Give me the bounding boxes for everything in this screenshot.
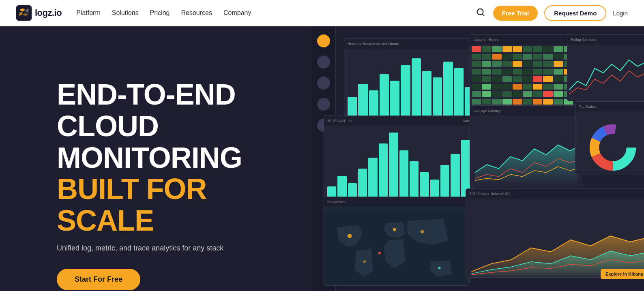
login-button[interactable]: Login — [613, 10, 628, 17]
panel-line-chart-top: Rollup Services — [567, 34, 644, 101]
panel-donut: Top Status — [575, 101, 644, 174]
panel-5-header: Average Latency — [470, 106, 583, 116]
panel-4-body — [324, 126, 473, 204]
hero-title-line1: END-TO-END — [57, 79, 300, 111]
request-demo-button[interactable]: Request Demo — [544, 5, 606, 21]
free-trial-button[interactable]: Free Trial — [493, 6, 538, 21]
nav-item-company[interactable]: Company — [223, 9, 251, 17]
big-bar-chart — [327, 129, 470, 201]
sidebar-dot-1 — [317, 34, 330, 47]
logo-icon — [16, 5, 32, 21]
heatmap-grid: // Heatmap will be generated via JS belo… — [472, 46, 573, 105]
logo-link[interactable]: logz.io — [16, 5, 62, 21]
kibana-badge[interactable]: Explore in Kibana — [601, 269, 644, 279]
nav-link-solutions[interactable]: Solutions — [112, 9, 139, 16]
line-chart-svg — [569, 46, 644, 99]
nav-item-resources[interactable]: Resources — [181, 9, 212, 17]
search-icon[interactable] — [474, 6, 487, 20]
panel-multiline: Average Latency — [470, 105, 583, 186]
panel-area-bottom: TOP 5 hosts Network I/O — [466, 188, 644, 278]
panel-bar-chart: Req/Sec Responses per Minute — [344, 39, 478, 120]
svg-point-9 — [602, 137, 623, 158]
nav-links: Platform Solutions Pricing Resources Com… — [76, 9, 251, 17]
panel-7-header: Exceptions — [324, 197, 469, 207]
sidebar-dot-2 — [317, 56, 330, 68]
svg-marker-3 — [475, 145, 578, 184]
donut-svg — [586, 121, 639, 174]
svg-point-11 — [348, 234, 352, 238]
multiline-svg — [472, 117, 581, 184]
navbar-left: logz.io Platform Solutions Pricing Resou… — [16, 5, 251, 21]
bar-11 — [454, 68, 464, 116]
bar-6 — [401, 65, 410, 116]
panel-3-header: Rollup Services — [567, 35, 644, 45]
navbar-right: Free Trial Request Demo Login — [474, 5, 628, 21]
hero-title-line2: CLOUD — [57, 111, 300, 142]
sidebar-dot-4 — [317, 98, 330, 111]
bar-1 — [348, 97, 357, 116]
svg-point-12 — [393, 228, 396, 231]
dashboard-panels: Req/Sec Responses per Minute — [271, 26, 644, 291]
nav-link-company[interactable]: Company — [223, 9, 251, 16]
sidebar-dot-3 — [317, 77, 330, 90]
bar-2 — [358, 84, 367, 116]
panel-4-header: 20,178,431 hits Auto — [324, 116, 473, 126]
nav-item-platform[interactable]: Platform — [76, 9, 101, 17]
svg-point-16 — [363, 260, 366, 263]
bar-chart — [348, 52, 474, 116]
svg-point-14 — [421, 230, 424, 233]
svg-point-15 — [438, 267, 440, 269]
bar-3 — [369, 90, 378, 116]
nav-link-platform[interactable]: Platform — [76, 9, 101, 16]
area-chart-svg — [468, 200, 644, 276]
bar-4 — [380, 74, 389, 116]
bar-10 — [443, 62, 453, 116]
bar-7 — [412, 58, 421, 116]
svg-line-2 — [482, 14, 484, 15]
hero-content: END-TO-END CLOUD MONITORING BUILT FOR SC… — [57, 79, 300, 290]
panel-2-body: // Heatmap will be generated via JS belo… — [470, 45, 575, 107]
hero-title-line4: BUILT FOR SCALE — [57, 173, 300, 237]
start-free-button[interactable]: Start For Free — [57, 269, 140, 290]
nav-link-pricing[interactable]: Pricing — [150, 9, 170, 16]
hero-subtitle: Unified log, metric, and trace analytics… — [57, 244, 300, 252]
panel-1-body — [344, 49, 477, 119]
navbar: logz.io Platform Solutions Pricing Resou… — [0, 0, 644, 26]
bar-5 — [390, 81, 399, 116]
panel-5-body — [470, 116, 583, 186]
nav-link-resources[interactable]: Resources — [181, 9, 212, 16]
hero-title-line3: MONITORING — [57, 142, 300, 174]
hero-section: END-TO-END CLOUD MONITORING BUILT FOR SC… — [0, 26, 644, 291]
panel-2-header: Apache · Errors — [470, 35, 575, 45]
bar-9 — [433, 77, 442, 116]
panel-big-bar: 20,178,431 hits Auto — [324, 116, 474, 205]
bar-8 — [422, 71, 431, 116]
panel-world-map: Exceptions — [324, 197, 470, 286]
donut-wrap — [575, 111, 644, 174]
panel-8-header: TOP 5 hosts Network I/O — [466, 189, 644, 199]
nav-item-solutions[interactable]: Solutions — [112, 9, 139, 17]
nav-item-pricing[interactable]: Pricing — [150, 9, 170, 17]
panel-6-header: Top Status — [575, 102, 644, 111]
panel-heatmap: Apache · Errors // Heatmap will be gener… — [470, 34, 575, 107]
svg-point-13 — [378, 252, 381, 254]
world-map-svg — [324, 207, 469, 286]
svg-rect-0 — [16, 5, 32, 21]
panel-8-body — [466, 199, 644, 277]
hero-visuals: Req/Sec Responses per Minute — [271, 26, 644, 291]
panel-1-header: Req/Sec Responses per Minute — [344, 39, 477, 49]
panel-3-body — [567, 45, 644, 101]
logo-text: logz.io — [35, 8, 62, 18]
world-map — [324, 207, 469, 286]
